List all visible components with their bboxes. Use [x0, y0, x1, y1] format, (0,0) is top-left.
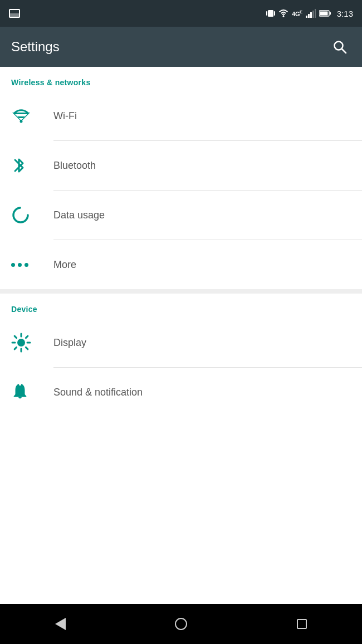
more-icon	[11, 263, 45, 267]
svg-rect-32	[14, 396, 27, 397]
home-icon	[175, 618, 187, 630]
svg-rect-8	[315, 9, 316, 18]
data-usage-item[interactable]: Data usage	[0, 191, 362, 240]
home-button[interactable]	[164, 607, 198, 641]
status-bar-left	[9, 9, 20, 18]
svg-rect-5	[308, 14, 310, 18]
section-divider	[0, 289, 362, 294]
display-item[interactable]: Display	[0, 318, 362, 367]
battery-icon	[319, 9, 331, 17]
svg-rect-6	[310, 12, 312, 18]
svg-rect-0	[268, 10, 273, 17]
wifi-item[interactable]: Wi-Fi	[0, 91, 362, 140]
svg-rect-10	[320, 12, 327, 16]
more-item[interactable]: More	[0, 240, 362, 289]
svg-rect-2	[274, 11, 275, 16]
data-usage-icon	[11, 206, 45, 225]
back-icon	[55, 618, 66, 630]
svg-rect-7	[312, 11, 314, 18]
data-usage-label: Data usage	[45, 209, 105, 221]
status-bar: 4GE 3:13	[0, 0, 362, 27]
svg-rect-4	[306, 16, 307, 18]
svg-rect-11	[330, 12, 331, 15]
network-type-icon: 4GE	[292, 9, 302, 17]
svg-line-29	[26, 336, 28, 338]
status-bar-right: 4GE 3:13	[266, 8, 353, 18]
app-title: Settings	[11, 39, 60, 55]
sound-icon	[11, 383, 45, 402]
signal-icon	[306, 9, 316, 18]
image-icon	[9, 9, 20, 18]
wireless-section-header: Wireless & networks	[0, 67, 362, 91]
time-display: 3:13	[337, 9, 353, 18]
sound-label: Sound & notification	[45, 387, 143, 398]
sound-item[interactable]: Sound & notification	[0, 368, 362, 417]
wifi-status-icon	[278, 9, 288, 18]
search-icon	[332, 40, 347, 54]
svg-line-27	[14, 336, 17, 338]
display-label: Display	[45, 337, 86, 349]
bluetooth-icon	[11, 156, 45, 175]
app-bar: Settings	[0, 27, 362, 67]
svg-rect-1	[266, 11, 267, 16]
dot-1	[11, 263, 15, 267]
svg-line-28	[26, 347, 28, 349]
svg-point-20	[13, 208, 28, 222]
device-section-header: Device	[0, 294, 362, 318]
search-button[interactable]	[329, 36, 351, 58]
wifi-label: Wi-Fi	[45, 110, 77, 122]
vibrate-icon	[266, 8, 275, 18]
bluetooth-item[interactable]: Bluetooth	[0, 141, 362, 190]
display-icon	[11, 333, 45, 353]
wifi-icon	[11, 108, 45, 124]
more-label: More	[45, 259, 76, 271]
dot-3	[25, 263, 28, 267]
svg-point-19	[20, 120, 22, 122]
svg-line-13	[342, 49, 346, 53]
nav-bar	[0, 604, 362, 644]
bluetooth-label: Bluetooth	[45, 160, 96, 172]
recent-icon	[297, 619, 307, 629]
svg-line-30	[14, 347, 17, 349]
recent-button[interactable]	[285, 607, 319, 641]
svg-point-3	[283, 16, 285, 17]
svg-point-22	[17, 339, 25, 347]
svg-point-31	[19, 383, 21, 386]
back-button[interactable]	[43, 607, 77, 641]
dot-2	[18, 263, 22, 267]
settings-content: Wireless & networks Wi-Fi Bluetooth	[0, 67, 362, 604]
